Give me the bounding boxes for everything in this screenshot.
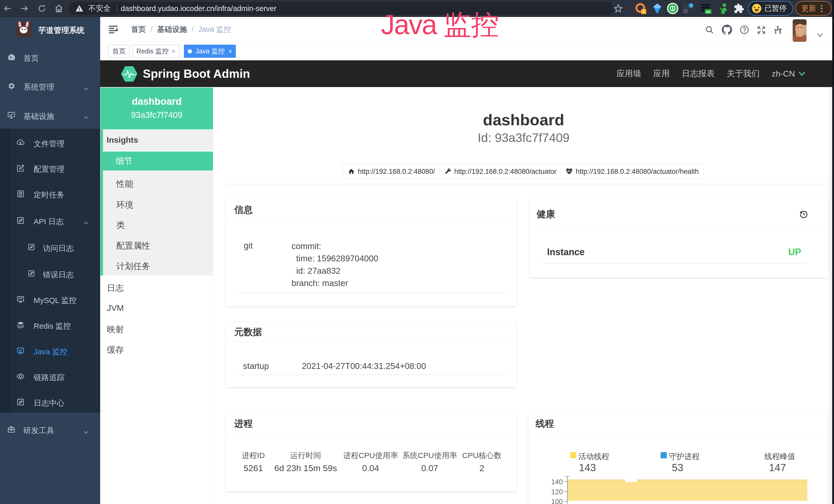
svg-text:on: on [706,10,710,14]
svg-text:1: 1 [643,9,645,14]
